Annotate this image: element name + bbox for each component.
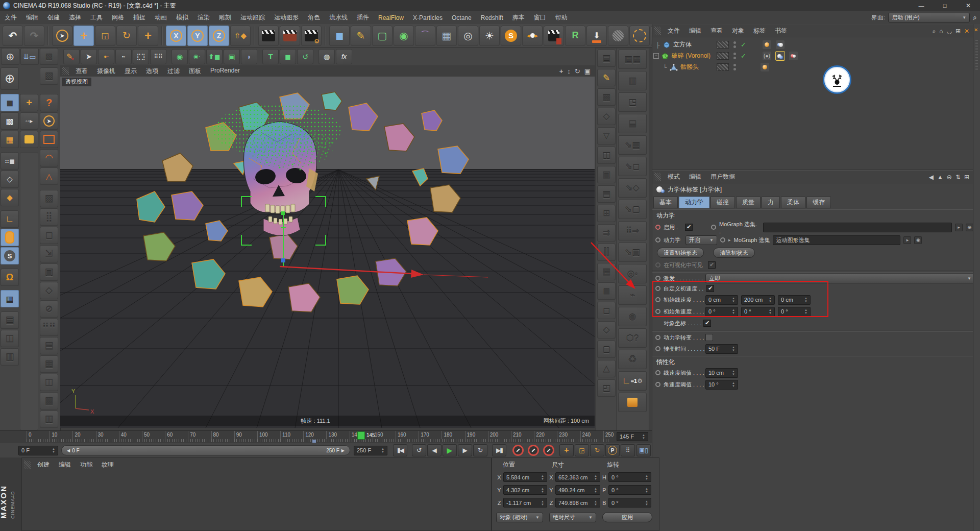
help-icon[interactable]: ? xyxy=(40,94,58,111)
timeline-ruler[interactable]: 0102030405060708090100110120130140150160… xyxy=(0,430,652,444)
viewport-menu-item[interactable]: 选项 xyxy=(141,67,163,76)
add-spline-pen[interactable]: ✎ xyxy=(351,26,371,46)
layer-toggle[interactable] xyxy=(717,63,729,71)
menu-item[interactable]: 流水线 xyxy=(325,13,352,22)
interface-dropdown[interactable]: 启动 (用户) xyxy=(888,13,970,22)
lasso-select-icon[interactable]: ◠ xyxy=(40,149,58,166)
menu-item[interactable]: 运动图形 xyxy=(270,13,303,22)
menu-item[interactable]: 模拟 xyxy=(172,13,193,22)
redo-button[interactable]: ↷ xyxy=(24,26,44,46)
sculpt-pencil-icon[interactable]: ✎ xyxy=(597,69,616,86)
rectangle-select-icon[interactable] xyxy=(40,131,58,148)
material-menu-item[interactable]: 功能 xyxy=(76,461,97,469)
mograph-selection2-field[interactable]: 运动图形选集 xyxy=(773,235,900,245)
transition-time-field[interactable]: 50 F xyxy=(705,344,738,354)
rotate-view-icon[interactable]: ↻ xyxy=(575,67,580,75)
menu-item[interactable]: 工具 xyxy=(86,13,107,22)
panel-grip[interactable] xyxy=(654,27,661,35)
realflow-button[interactable] xyxy=(544,26,564,46)
particle-tag[interactable] xyxy=(789,52,798,60)
attribute-tab[interactable]: 力 xyxy=(762,197,780,208)
link-target-button[interactable]: ◉ xyxy=(914,236,922,244)
attribute-menu-item[interactable]: 编辑 xyxy=(684,173,706,181)
green-cage-tool[interactable]: ▣ xyxy=(224,49,240,64)
x-particles-button[interactable]: ◂▸ xyxy=(522,26,543,46)
add-deformer[interactable]: ⌒ xyxy=(415,26,435,46)
move-palette-icon[interactable]: + xyxy=(20,94,38,111)
magnet-snap-button[interactable]: Ω xyxy=(1,269,19,286)
keyframe-dot[interactable] xyxy=(655,225,660,230)
render-region-button[interactable] xyxy=(280,26,300,46)
panel-grip[interactable] xyxy=(654,173,661,181)
green-cube-arrow-tool[interactable]: ⬆◼ xyxy=(206,49,223,64)
add-environment-floor[interactable]: ▦ xyxy=(436,26,457,46)
axis-mode-button[interactable]: ∟ xyxy=(1,210,19,228)
dot-pair-tool[interactable]: ●◦ xyxy=(98,49,114,64)
keyframe-dot[interactable] xyxy=(655,382,660,387)
search-icon[interactable]: ⌕ xyxy=(932,28,936,35)
texture-mode-button[interactable]: ▩ xyxy=(1,112,19,130)
current-frame-field[interactable]: 145 F xyxy=(617,432,648,441)
sphere-points2-tool[interactable]: ◉· xyxy=(189,49,205,64)
pen-erase-tool[interactable]: ✎✕ xyxy=(63,49,80,64)
menu-item[interactable]: Octane xyxy=(447,14,476,21)
preview-marker[interactable] xyxy=(312,440,316,443)
object-name[interactable]: 立方体 xyxy=(673,40,692,49)
arrow-points-tool[interactable]: ➤ xyxy=(81,49,97,64)
menu-item[interactable]: 捕捉 xyxy=(129,13,150,22)
goto-end-button[interactable]: ▶▮ xyxy=(492,444,506,456)
attribute-tab[interactable]: 动力学 xyxy=(679,197,709,208)
capsule-tool[interactable]: ◗ xyxy=(241,49,257,64)
rigid-body-tag[interactable] xyxy=(763,40,771,49)
clear-initial-state-button[interactable]: 清除初状态 xyxy=(713,248,755,258)
attribute-menu-item[interactable]: 模式 xyxy=(663,173,684,181)
move-tool[interactable]: + xyxy=(74,26,94,46)
object-row-voronoi[interactable]: − 破碎 (Voronoi) xyxy=(652,51,710,61)
size-y-field[interactable]: 490.24 cm xyxy=(555,485,600,495)
pan-view-icon[interactable]: + xyxy=(559,67,564,75)
strip-grip[interactable] xyxy=(975,39,978,70)
menu-item[interactable]: 网格 xyxy=(107,13,129,22)
drag-place-icon[interactable]: ◦◦▸ xyxy=(20,112,38,130)
turbulence-sphere-button[interactable] xyxy=(608,26,628,46)
viewport-canvas[interactable]: Y X 帧速 : 111.1 网格间距 : 100 cm xyxy=(60,77,595,428)
attribute-tab[interactable]: 质量 xyxy=(736,197,761,208)
timeline-playhead[interactable] xyxy=(357,431,365,440)
position-z-field[interactable]: -1.117 cm xyxy=(503,498,547,508)
layer-toggle[interactable] xyxy=(717,52,729,60)
rotate-tool[interactable]: ↻ xyxy=(116,26,137,46)
attribute-tab[interactable]: 基本 xyxy=(653,197,678,208)
keyframe-dot[interactable] xyxy=(655,346,660,351)
close-panel-icon[interactable]: ✕ xyxy=(964,28,969,35)
toggle-view-icon[interactable]: ▣ xyxy=(584,67,591,75)
render-view-button[interactable] xyxy=(258,26,279,46)
visibility-dots[interactable] xyxy=(733,53,736,59)
window-control-button[interactable]: □ xyxy=(933,0,957,11)
add-subdivision-surface[interactable]: ▢ xyxy=(372,26,393,46)
live-select-palette-icon[interactable]: ➤ xyxy=(40,112,58,130)
visibility-dots[interactable] xyxy=(733,41,736,48)
keyframe-dot[interactable] xyxy=(655,335,660,340)
dynamic-dropdown[interactable]: 开启 xyxy=(685,235,717,245)
frame-corner-icon[interactable] xyxy=(20,131,38,148)
object-row-skull[interactable]: └ 骷髅头 xyxy=(662,62,699,73)
keyframe-dot[interactable] xyxy=(711,225,716,230)
text-spline-tool[interactable]: T xyxy=(262,49,279,64)
viewport-view-label[interactable]: 透视视图 xyxy=(62,78,91,86)
add-panel-icon[interactable]: ⊞ xyxy=(955,28,961,35)
mograph-selection-field[interactable] xyxy=(763,223,952,232)
edges-mode-button[interactable]: ◇ xyxy=(1,171,19,188)
lock-y-axis[interactable]: Y xyxy=(187,26,208,46)
timeline-range-slider[interactable]: ◀0 F 250 F▶ xyxy=(61,445,350,455)
lock-x-axis[interactable]: X xyxy=(166,26,186,46)
plugin-r-button[interactable]: R xyxy=(565,26,585,46)
viewport-menu-item[interactable]: ProRender xyxy=(206,67,244,76)
back-icon[interactable]: ◀ xyxy=(929,174,934,181)
quantize-grid-button[interactable]: ▦ xyxy=(1,290,19,307)
enabled-check-icon[interactable]: ✓ xyxy=(741,52,746,60)
object-name[interactable]: 骷髅头 xyxy=(680,63,699,71)
link-arrow-button[interactable]: ▸ xyxy=(903,236,911,244)
previous-frame-button[interactable]: ◀ xyxy=(427,444,442,456)
goto-start-button[interactable]: ▮◀ xyxy=(393,444,407,456)
keyframe-eq1-icon[interactable]: ∟=1⚙ xyxy=(618,371,647,391)
